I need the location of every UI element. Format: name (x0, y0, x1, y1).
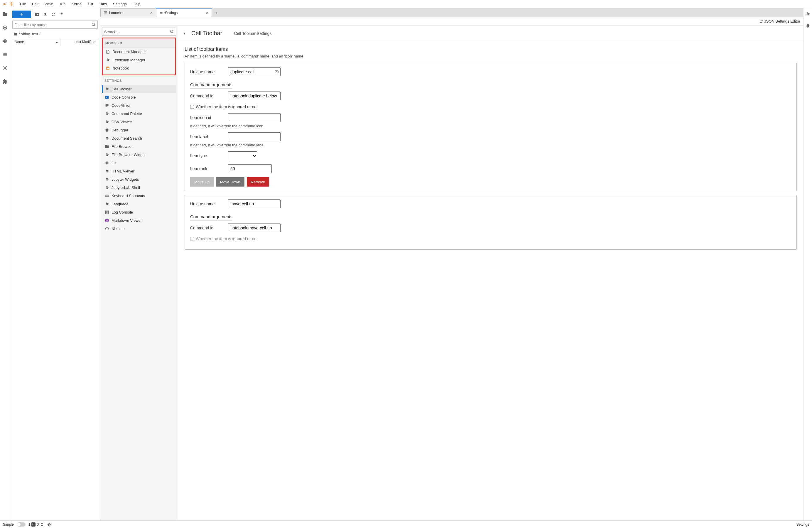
status-right-label[interactable]: Settings (796, 523, 809, 527)
menu-view[interactable]: View (41, 1, 56, 8)
breadcrumb-segment[interactable]: shiny_test (21, 32, 39, 36)
tab-launcher[interactable]: Launcher ✕ (100, 9, 156, 17)
refresh-icon[interactable] (51, 12, 56, 17)
label-item-label: Item label (190, 134, 225, 139)
settings-item-nbdime[interactable]: Nbdime (102, 224, 176, 233)
sagemath-sidebar-icon[interactable] (2, 65, 8, 71)
git-status-icon[interactable] (47, 522, 52, 527)
input-icon-id[interactable] (228, 113, 280, 122)
new-folder-icon[interactable] (34, 12, 39, 17)
menu-kernel[interactable]: Kernel (68, 1, 85, 8)
settings-item-command-palette[interactable]: Command Palette (102, 109, 176, 118)
input-cmd-id[interactable] (228, 91, 280, 100)
settings-item-label: Extension Manager (112, 58, 145, 62)
settings-item-document-manager[interactable]: Document Manager (103, 47, 175, 56)
input-item-label[interactable] (228, 132, 280, 141)
settings-item-extension-manager[interactable]: Extension Manager (103, 56, 175, 64)
list-title: List of toolbar items (185, 46, 797, 52)
toc-icon[interactable] (2, 52, 8, 58)
svg-rect-18 (41, 523, 43, 525)
settings-item-code-console[interactable]: Code Console (102, 93, 176, 101)
folder-icon[interactable] (2, 11, 8, 17)
settings-item-codemirror[interactable]: CodeMirror (102, 101, 176, 109)
simple-toggle[interactable] (17, 523, 26, 527)
settings-item-notebook[interactable]: Notebook (103, 64, 175, 72)
settings-search-wrap[interactable] (102, 28, 176, 36)
debugger-icon[interactable] (805, 23, 811, 29)
menu-settings[interactable]: Settings (110, 1, 130, 8)
settings-item-html-viewer[interactable]: HTML Viewer (102, 167, 176, 175)
move-up-button[interactable]: Move Up (190, 177, 214, 187)
tab-label: Launcher (109, 11, 124, 15)
filter-input[interactable] (14, 23, 91, 27)
settings-item-file-browser[interactable]: File Browser (102, 142, 176, 150)
settings-item-jupyterlab-shell[interactable]: JupyterLab Shell (102, 184, 176, 192)
new-launcher-button[interactable]: + (12, 11, 31, 18)
menu-run[interactable]: Run (56, 1, 68, 8)
help-icon: If defined, it will override the command… (190, 124, 791, 128)
git-icon[interactable] (2, 38, 8, 44)
upload-icon[interactable] (43, 12, 47, 17)
keyboard-icon (104, 193, 109, 198)
json-editor-label: JSON Settings Editor (764, 19, 800, 24)
settings-item-file-browser-widget[interactable]: File Browser Widget (102, 150, 176, 159)
settings-item-label: Code Console (112, 95, 135, 100)
settings-item-markdown-viewer[interactable]: MMarkdown Viewer (102, 216, 176, 224)
col-modified[interactable]: Last Modified (60, 38, 98, 46)
property-inspector-icon[interactable] (805, 11, 811, 17)
select-item-type[interactable] (228, 151, 257, 160)
extension-icon[interactable] (2, 78, 8, 85)
settings-item-document-search[interactable]: Document Search (102, 134, 176, 142)
terminals-count: 1 (28, 523, 30, 527)
svg-point-2 (92, 23, 95, 26)
label-item-type: Item type (190, 153, 225, 158)
git-toggle-icon[interactable] (59, 12, 64, 17)
settings-item-cell-toolbar[interactable]: Cell Toolbar (102, 85, 176, 93)
input-cmd-id[interactable] (228, 223, 280, 232)
settings-item-jupyter-widgets[interactable]: Jupyter Widgets (102, 175, 176, 184)
label-cmd-args: Command arguments (190, 82, 232, 89)
settings-item-git[interactable]: Git (102, 159, 176, 167)
breadcrumb-sep: / (39, 32, 41, 36)
status-bar: Simple 1 $_ 0 Settings (0, 520, 812, 528)
checkbox-ignored[interactable] (190, 105, 194, 109)
label-unique-name: Unique name (190, 70, 225, 74)
settings-item-log-console[interactable]: Log Console (102, 208, 176, 216)
svg-point-5 (171, 30, 173, 32)
input-item-rank[interactable] (228, 164, 272, 173)
breadcrumb-sep: / (19, 32, 20, 36)
menu-git[interactable]: Git (85, 1, 96, 8)
checkbox-ignored[interactable] (190, 237, 194, 241)
move-down-button[interactable]: Move Down (216, 177, 244, 187)
col-name[interactable]: Name▴ (12, 38, 60, 46)
running-icon[interactable] (2, 25, 8, 30)
json-settings-editor-link[interactable]: JSON Settings Editor (100, 17, 803, 26)
markdown-icon: M (104, 218, 109, 223)
git-icon (104, 160, 109, 165)
filter-input-wrap[interactable] (12, 20, 98, 29)
breadcrumb[interactable]: / shiny_test / (12, 30, 98, 38)
toolbar-item-card: Unique name Command arguments Command id… (185, 195, 797, 250)
menu-tabs[interactable]: Tabs (96, 1, 110, 8)
settings-item-keyboard-shortcuts[interactable]: Keyboard Shortcuts (102, 192, 176, 200)
svg-rect-7 (106, 67, 109, 70)
menu-help[interactable]: Help (130, 1, 144, 8)
settings-search-input[interactable] (104, 30, 170, 34)
svg-line-6 (173, 32, 173, 33)
input-unique-name[interactable] (228, 200, 280, 208)
settings-item-csv-viewer[interactable]: CSV Viewer (102, 118, 176, 126)
settings-item-debugger[interactable]: Debugger (102, 126, 176, 134)
menu-edit[interactable]: Edit (29, 1, 41, 8)
close-icon[interactable]: ✕ (206, 11, 209, 15)
add-tab-button[interactable]: + (213, 10, 219, 16)
menu-file[interactable]: File (17, 1, 29, 8)
tab-settings[interactable]: Settings ✕ (156, 9, 212, 17)
search-icon (91, 23, 96, 27)
close-icon[interactable]: ✕ (150, 11, 153, 15)
settings-item-label: Nbdime (112, 226, 125, 231)
collapse-caret-icon[interactable]: ▾ (184, 31, 186, 35)
label-cmd-id: Command id (190, 225, 225, 230)
settings-item-language[interactable]: Language (102, 200, 176, 208)
input-unique-name[interactable] (228, 68, 280, 76)
remove-button[interactable]: Remove (247, 177, 269, 187)
